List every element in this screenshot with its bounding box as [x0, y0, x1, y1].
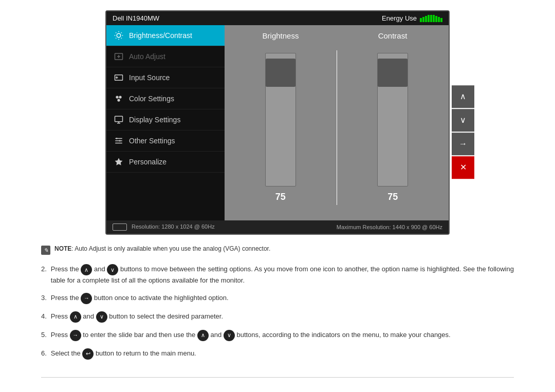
sidebar-item-brightness-contrast[interactable]: Brightness/Contrast — [106, 25, 225, 46]
sidebar-item-color-settings[interactable]: Color Settings — [106, 88, 225, 109]
svg-marker-26 — [115, 158, 123, 165]
display-settings-icon — [114, 115, 124, 125]
contrast-slider-track[interactable] — [377, 53, 408, 186]
note-text: NOTE: Auto Adjust is only available when… — [54, 245, 270, 252]
sidebar-other-settings-label: Other Settings — [129, 137, 175, 145]
instruction-6-number: 6. — [41, 348, 47, 359]
nav-close-button[interactable]: ✕ — [452, 156, 474, 179]
up-btn-inline-2: ∧ — [70, 311, 81, 323]
bar-seg-3 — [425, 16, 427, 22]
brightness-slider-col: 75 — [235, 45, 326, 210]
contrast-header: Contrast — [337, 31, 449, 40]
sidebar-brightness-label: Brightness/Contrast — [129, 31, 192, 40]
resolution-icon — [113, 223, 127, 231]
max-resolution-text: Maximum Resolution: 1440 x 900 @ 60Hz — [337, 224, 442, 230]
monitor-wrapper: Dell IN1940MW Energy Use — [0, 0, 555, 240]
personalize-icon — [114, 157, 124, 167]
osd-sidebar: Brightness/Contrast Auto Adjust — [106, 25, 225, 220]
instruction-4: 4. Press ∧ and ∨ button to select the de… — [41, 311, 514, 323]
instruction-6: 6. Select the ↩ button to return to the … — [41, 348, 514, 360]
note-section: ✎ NOTE: Auto Adjust is only available wh… — [0, 240, 555, 259]
svg-point-15 — [116, 96, 118, 98]
svg-line-7 — [116, 38, 116, 39]
bar-seg-5 — [430, 15, 432, 22]
nav-down-button[interactable]: ∨ — [452, 109, 474, 132]
bar-seg-2 — [422, 17, 424, 22]
note-body: Auto Adjust is only available when you u… — [75, 245, 270, 252]
bar-seg-8 — [438, 17, 440, 22]
contrast-slider-thumb — [378, 59, 408, 87]
nav-buttons: ∧ ∨ → ✕ — [452, 85, 474, 179]
energy-use-indicator: Energy Use — [382, 14, 442, 22]
osd-main: Brightness Contrast 75 — [225, 25, 449, 220]
instruction-2-number: 2. — [41, 264, 47, 274]
sliders-header: Brightness Contrast — [225, 25, 449, 40]
instruction-5: 5. Press → to enter the slide bar and th… — [41, 330, 514, 341]
instruction-4-text: Press ∧ and ∨ button to select the desir… — [51, 311, 514, 323]
contrast-slider-col: 75 — [347, 45, 439, 210]
instruction-5-text: Press → to enter the slide bar and then … — [51, 330, 514, 341]
bar-seg-4 — [428, 15, 430, 22]
sidebar-input-source-label: Input Source — [129, 73, 170, 82]
up-btn-inline-1: ∧ — [81, 264, 92, 275]
instruction-3-number: 3. — [41, 293, 47, 303]
svg-point-17 — [117, 99, 120, 101]
sidebar-display-settings-label: Display Settings — [129, 116, 180, 124]
instructions-section: 2. Press the ∧ and ∨ buttons to move bet… — [0, 259, 555, 377]
svg-point-16 — [119, 96, 121, 98]
down-btn-inline-3: ∨ — [224, 330, 235, 341]
brightness-header: Brightness — [225, 31, 337, 40]
svg-point-0 — [117, 33, 121, 38]
sidebar-item-personalize[interactable]: Personalize — [106, 152, 225, 173]
down-btn-inline-1: ∨ — [107, 264, 118, 275]
input-source-icon — [114, 72, 124, 83]
right-btn-inline-1: → — [81, 293, 92, 304]
energy-bars — [420, 15, 442, 22]
auto-adjust-icon — [114, 51, 124, 62]
bar-seg-6 — [433, 15, 435, 22]
brightness-slider-track[interactable] — [265, 53, 296, 186]
instruction-3: 3. Press the → button once to activate t… — [41, 293, 514, 304]
nav-up-button[interactable]: ∧ — [452, 85, 474, 108]
sidebar-item-input-source[interactable]: Input Source — [106, 67, 225, 88]
sidebar-item-display-settings[interactable]: Display Settings — [106, 109, 225, 130]
osd-content: Brightness/Contrast Auto Adjust — [106, 25, 449, 220]
instruction-6-text: Select the ↩ button to return to the mai… — [51, 348, 514, 360]
color-settings-icon — [114, 94, 124, 104]
instruction-5-number: 5. — [41, 330, 47, 340]
note-icon: ✎ — [41, 246, 50, 255]
bar-seg-9 — [440, 18, 442, 22]
sidebar-item-auto-adjust[interactable]: Auto Adjust — [106, 46, 225, 67]
monitor-frame: Dell IN1940MW Energy Use — [105, 10, 450, 235]
contrast-value: 75 — [387, 192, 398, 202]
sidebar-color-settings-label: Color Settings — [129, 95, 174, 103]
bar-seg-1 — [420, 18, 422, 22]
resolution-info: Resolution: 1280 x 1024 @ 60Hz — [113, 223, 215, 231]
brightness-icon — [114, 30, 124, 41]
slider-divider — [337, 50, 337, 205]
sidebar-personalize-label: Personalize — [129, 158, 166, 166]
page-bottom-border — [41, 377, 514, 378]
svg-rect-18 — [115, 116, 123, 122]
instruction-4-number: 4. — [41, 311, 47, 322]
monitor-title: Dell IN1940MW — [113, 14, 159, 22]
osd-statusbar: Resolution: 1280 x 1024 @ 60Hz Maximum R… — [106, 220, 449, 234]
note-label: NOTE — [54, 245, 71, 252]
resolution-text: Resolution: 1280 x 1024 @ 60Hz — [132, 223, 215, 230]
nav-right-button[interactable]: → — [452, 133, 474, 155]
instruction-3-text: Press the → button once to activate the … — [51, 293, 514, 304]
up-btn-inline-3: ∧ — [197, 330, 209, 341]
sliders-area: 75 75 — [225, 40, 449, 220]
brightness-value: 75 — [275, 192, 286, 202]
svg-line-4 — [121, 38, 122, 39]
svg-line-3 — [116, 32, 116, 33]
bar-seg-7 — [435, 16, 437, 22]
instruction-2-text: Press the ∧ and ∨ buttons to move betwee… — [51, 264, 514, 286]
monitor-title-bar: Dell IN1940MW Energy Use — [106, 11, 449, 25]
sidebar-item-other-settings[interactable]: Other Settings — [106, 130, 225, 152]
brightness-slider-thumb — [266, 59, 295, 87]
other-settings-icon — [114, 136, 124, 146]
sidebar-auto-adjust-label: Auto Adjust — [129, 52, 165, 61]
back-btn-inline: ↩ — [82, 348, 94, 360]
right-btn-inline-2: → — [70, 330, 81, 341]
